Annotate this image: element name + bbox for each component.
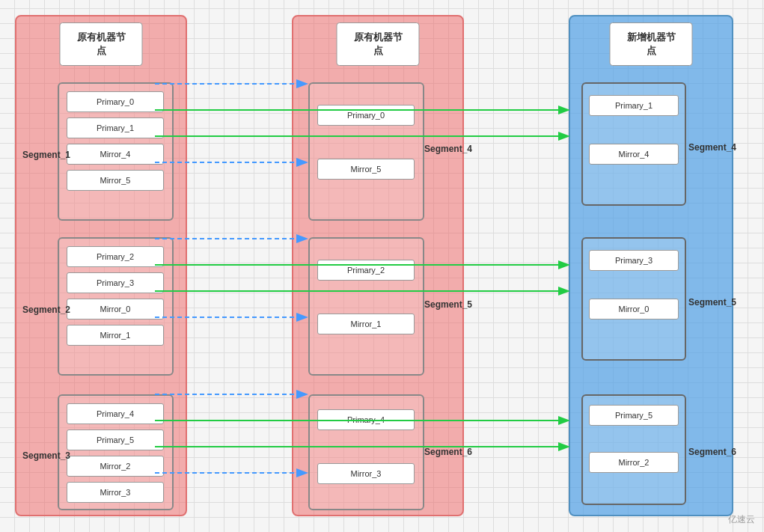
left-shard-mirror3: Mirror_3: [67, 482, 164, 503]
mid-segment5-group: Primary_2 Mirror_1: [308, 237, 424, 376]
right-segment6-group: Primary_5 Mirror_2: [581, 394, 686, 505]
mid-shard-primary0: Primary_0: [317, 105, 415, 126]
left-shard-mirror1: Mirror_1: [67, 325, 164, 346]
left-seg2-label: Segment_2: [22, 305, 70, 315]
left-shard-primary0: Primary_0: [67, 91, 164, 112]
right-shard-mirror4: Mirror_4: [589, 144, 679, 165]
right-segment5-group: Primary_3 Mirror_0: [581, 237, 686, 361]
left-shard-primary3: Primary_3: [67, 272, 164, 293]
mid-shard-primary2: Primary_2: [317, 260, 415, 281]
mid-shard-mirror3: Mirror_3: [317, 463, 415, 484]
mid-shard-mirror1: Mirror_1: [317, 314, 415, 334]
mid-seg4-label: Segment_4: [424, 144, 472, 154]
node-right-title: 新增机器节点: [610, 22, 693, 66]
left-shard-mirror0: Mirror_0: [67, 299, 164, 319]
left-seg3-label: Segment_3: [22, 450, 70, 461]
watermark: 亿速云: [728, 513, 755, 526]
left-shard-mirror4: Mirror_4: [67, 144, 164, 165]
left-shard-primary1: Primary_1: [67, 117, 164, 138]
left-shard-mirror2: Mirror_2: [67, 456, 164, 477]
mid-segment6-group: Primary_4 Mirror_3: [308, 394, 424, 510]
right-seg5-label: Segment_5: [688, 297, 736, 308]
right-seg6-label: Segment_6: [688, 447, 736, 457]
left-segment1-group: Primary_0 Primary_1 Mirror_4 Mirror_5: [58, 82, 174, 221]
left-segment3-group: Primary_4 Primary_5 Mirror_2 Mirror_3: [58, 394, 174, 510]
node-left-title: 原有机器节点: [60, 22, 143, 66]
left-shard-mirror5: Mirror_5: [67, 170, 164, 191]
right-shard-mirror2: Mirror_2: [589, 452, 679, 473]
diagram-canvas: 原有机器节点 Primary_0 Primary_1 Mirror_4 Mirr…: [0, 0, 764, 532]
right-shard-mirror0: Mirror_0: [589, 299, 679, 319]
right-segment4-group: Primary_1 Mirror_4: [581, 82, 686, 206]
mid-seg5-label: Segment_5: [424, 299, 472, 310]
left-shard-primary2: Primary_2: [67, 246, 164, 267]
left-seg1-label: Segment_1: [22, 150, 70, 160]
mid-shard-mirror5: Mirror_5: [317, 159, 415, 180]
node-middle: 原有机器节点 Primary_0 Mirror_5 Segment_4 Prim…: [292, 15, 464, 516]
node-right: 新增机器节点 Primary_1 Mirror_4 Segment_4 Prim…: [569, 15, 733, 516]
left-shard-primary5: Primary_5: [67, 429, 164, 450]
right-shard-primary1: Primary_1: [589, 95, 679, 116]
node-left: 原有机器节点 Primary_0 Primary_1 Mirror_4 Mirr…: [15, 15, 187, 516]
node-middle-title: 原有机器节点: [337, 22, 420, 66]
mid-segment4-group: Primary_0 Mirror_5: [308, 82, 424, 221]
left-segment2-group: Primary_2 Primary_3 Mirror_0 Mirror_1: [58, 237, 174, 376]
right-seg4-label: Segment_4: [688, 142, 736, 153]
mid-shard-primary4: Primary_4: [317, 409, 415, 430]
mid-seg6-label: Segment_6: [424, 447, 472, 457]
right-shard-primary5: Primary_5: [589, 405, 679, 426]
left-shard-primary4: Primary_4: [67, 403, 164, 424]
right-shard-primary3: Primary_3: [589, 250, 679, 271]
